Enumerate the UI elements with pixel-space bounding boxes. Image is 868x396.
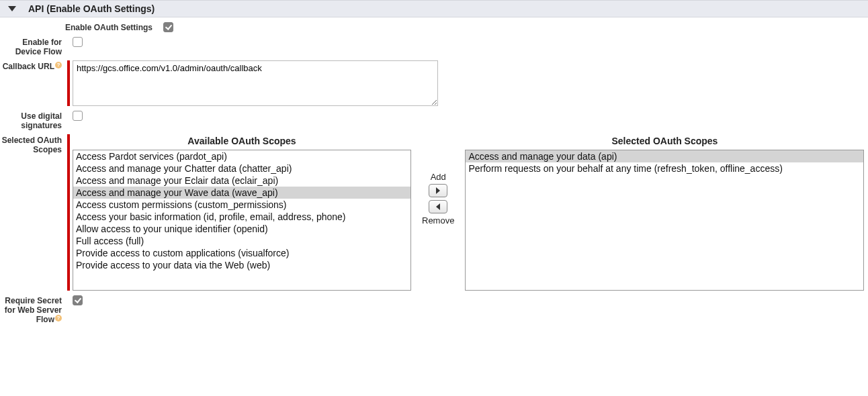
collapse-icon[interactable] bbox=[8, 6, 16, 11]
enable-oauth-label: Enable OAuth Settings bbox=[0, 21, 158, 32]
available-scopes-listbox[interactable]: Access Pardot services (pardot_api)Acces… bbox=[73, 150, 411, 291]
scope-option[interactable]: Access Pardot services (pardot_api) bbox=[73, 150, 410, 162]
selected-scopes-label: Selected OAuth Scopes bbox=[0, 134, 67, 154]
section-title: API (Enable OAuth Settings) bbox=[28, 3, 155, 14]
scope-option[interactable]: Allow access to your unique identifier (… bbox=[73, 223, 410, 235]
add-button[interactable] bbox=[429, 184, 447, 197]
required-indicator bbox=[67, 134, 70, 291]
require-secret-label: Require Secret for Web Server Flow? bbox=[0, 295, 67, 324]
enable-oauth-checkbox[interactable] bbox=[163, 22, 173, 32]
callback-url-input[interactable]: https://gcs.office.com/v1.0/admin/oauth/… bbox=[73, 60, 438, 106]
required-indicator bbox=[67, 60, 70, 106]
form-body: Enable OAuth Settings Enable for Device … bbox=[0, 21, 868, 351]
available-scopes-title: Available OAuth Scopes bbox=[73, 136, 411, 146]
remove-button[interactable] bbox=[429, 200, 447, 213]
scope-option[interactable]: Access your basic information (id, profi… bbox=[73, 211, 410, 223]
section-header[interactable]: API (Enable OAuth Settings) bbox=[0, 0, 868, 17]
help-icon[interactable]: ? bbox=[55, 62, 62, 68]
scope-option[interactable]: Provide access to custom applications (v… bbox=[73, 247, 410, 259]
require-secret-checkbox[interactable] bbox=[73, 295, 83, 305]
device-flow-checkbox[interactable] bbox=[73, 37, 83, 47]
scope-option[interactable]: Provide access to your data via the Web … bbox=[73, 259, 410, 271]
scope-option[interactable]: Full access (full) bbox=[73, 235, 410, 247]
scope-option[interactable]: Access and manage your Chatter data (cha… bbox=[73, 162, 410, 175]
device-flow-label: Enable for Device Flow bbox=[0, 36, 67, 56]
scope-option[interactable]: Perform requests on your behalf at any t… bbox=[466, 162, 863, 175]
scope-option[interactable]: Access custom permissions (custom_permis… bbox=[73, 199, 410, 211]
selected-scopes-listbox[interactable]: Access and manage your data (api)Perform… bbox=[465, 150, 864, 291]
callback-url-label: Callback URL? bbox=[0, 60, 67, 71]
arrow-left-icon bbox=[436, 203, 440, 210]
digital-signatures-label: Use digital signatures bbox=[0, 110, 67, 130]
arrow-right-icon bbox=[436, 187, 440, 194]
scope-option[interactable]: Access and manage your data (api) bbox=[466, 150, 863, 162]
help-icon[interactable]: ? bbox=[55, 315, 62, 321]
add-label: Add bbox=[431, 172, 446, 182]
scope-option[interactable]: Access and manage your Eclair data (ecla… bbox=[73, 175, 410, 187]
digital-signatures-checkbox[interactable] bbox=[73, 111, 83, 121]
remove-label: Remove bbox=[422, 215, 454, 226]
selected-scopes-title: Selected OAuth Scopes bbox=[465, 136, 864, 146]
scope-option[interactable]: Access and manage your Wave data (wave_a… bbox=[73, 187, 410, 199]
